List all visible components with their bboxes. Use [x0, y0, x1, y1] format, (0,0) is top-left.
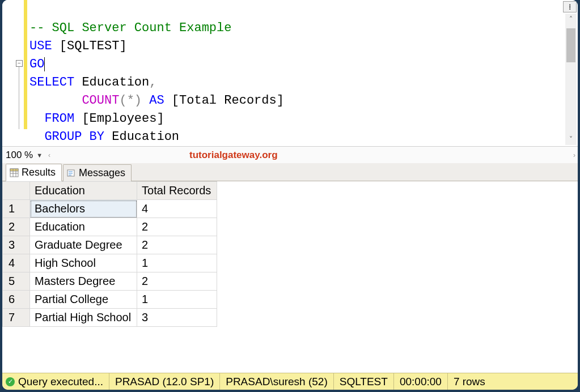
status-user: PRASAD\suresh (52) [219, 373, 333, 390]
tab-messages-label: Messages [79, 167, 125, 179]
change-marker [24, 0, 27, 129]
cell-total[interactable]: 1 [137, 254, 217, 272]
table-row[interactable]: 7Partial High School3 [3, 309, 217, 327]
cell-total[interactable]: 2 [137, 218, 217, 236]
tab-messages[interactable]: Messages [63, 164, 132, 181]
col-header-education[interactable]: Education [30, 182, 137, 200]
scroll-right-icon[interactable]: › [573, 151, 575, 159]
cell-total[interactable]: 2 [137, 236, 217, 254]
code-table: [Employees] [74, 112, 164, 126]
grid-icon [10, 168, 19, 177]
code-col: Education [74, 75, 149, 90]
table-row[interactable]: 3Graduate Degree2 [3, 236, 217, 254]
scroll-down-icon[interactable]: ˅ [565, 134, 577, 145]
results-grid[interactable]: Education Total Records 1Bachelors42Educ… [2, 181, 578, 373]
cell-education[interactable]: High School [30, 254, 137, 272]
zoom-bar: 100 % ▼ ‹ › tutorialgateway.org [2, 146, 578, 163]
fold-toggle-icon[interactable]: − [16, 60, 23, 67]
cell-total[interactable]: 3 [137, 309, 217, 327]
code-indent [29, 93, 82, 108]
cell-education[interactable]: Partial College [30, 291, 137, 309]
cell-total[interactable]: 1 [137, 291, 217, 309]
results-table: Education Total Records 1Bachelors42Educ… [2, 181, 217, 327]
split-handle-icon[interactable]: ⁞ [563, 1, 577, 12]
status-db: SQLTEST [333, 373, 393, 390]
cell-total[interactable]: 4 [137, 200, 217, 218]
messages-icon [67, 169, 76, 178]
status-time: 00:00:00 [393, 373, 447, 390]
row-number[interactable]: 3 [3, 236, 30, 254]
scroll-thumb[interactable] [566, 28, 575, 62]
code-paren: ) [134, 93, 142, 108]
code-col: Education [104, 130, 179, 144]
table-row[interactable]: 2Education2 [3, 218, 217, 236]
cell-education[interactable]: Masters Degree [30, 272, 137, 291]
code-indent [29, 112, 44, 126]
code-func-count: COUNT [82, 93, 119, 108]
status-query-text: Query executed... [18, 376, 103, 388]
code-comment: -- SQL Server Count Example [29, 21, 231, 35]
table-row[interactable]: 5Masters Degree2 [3, 272, 217, 291]
code-star: * [127, 93, 134, 108]
code-keyword-select: SELECT [29, 75, 74, 90]
row-number[interactable]: 7 [3, 309, 30, 327]
ssms-window: − -- SQL Server Count Example USE [SQLTE… [2, 0, 578, 390]
row-number[interactable]: 2 [3, 218, 30, 236]
editor-gutter: − [2, 0, 29, 146]
status-bar: ✓ Query executed... PRASAD (12.0 SP1) PR… [2, 373, 578, 390]
cell-total[interactable]: 2 [137, 272, 217, 291]
code-alias: [Total Records] [164, 93, 284, 108]
cell-education[interactable]: Partial High School [30, 309, 137, 327]
cell-education[interactable]: Graduate Degree [30, 236, 137, 254]
code-keyword-from: FROM [44, 112, 74, 126]
fold-guide [19, 67, 19, 129]
code-comma: , [149, 75, 156, 90]
tab-results-label: Results [22, 167, 56, 178]
watermark-text: tutorialgateway.org [189, 150, 278, 161]
zoom-level[interactable]: 100 % [6, 150, 33, 161]
zoom-dropdown-icon[interactable]: ▼ [36, 152, 43, 159]
code-paren: ( [119, 93, 126, 108]
success-icon: ✓ [6, 377, 15, 386]
code-keyword-as: AS [142, 93, 164, 108]
code-indent [29, 130, 44, 144]
status-server: PRASAD (12.0 SP1) [109, 373, 219, 390]
status-rows: 7 rows [447, 373, 491, 390]
row-number[interactable]: 1 [3, 200, 30, 218]
table-header-row: Education Total Records [3, 182, 217, 200]
code-keyword-use: USE [29, 39, 52, 53]
sql-editor[interactable]: − -- SQL Server Count Example USE [SQLTE… [2, 0, 578, 146]
code-keyword-go: GO [29, 57, 45, 71]
grid-corner[interactable] [3, 182, 30, 200]
results-tabs: Results Messages [2, 163, 578, 181]
scroll-left-icon[interactable]: ‹ [48, 151, 50, 159]
tab-results[interactable]: Results [6, 164, 62, 181]
code-db: [SQLTEST] [52, 39, 127, 53]
code-content[interactable]: -- SQL Server Count Example USE [SQLTEST… [29, 0, 578, 146]
horizontal-scrollbar[interactable]: ‹ › [48, 150, 575, 160]
cell-education[interactable]: Bachelors [30, 200, 137, 218]
row-number[interactable]: 4 [3, 254, 30, 272]
row-number[interactable]: 5 [3, 272, 30, 291]
table-row[interactable]: 6Partial College1 [3, 291, 217, 309]
cell-education[interactable]: Education [30, 218, 137, 236]
scroll-up-icon[interactable]: ˄ [565, 14, 577, 25]
vertical-scrollbar[interactable]: ˄ ˅ [565, 14, 577, 145]
table-row[interactable]: 4High School1 [3, 254, 217, 272]
table-row[interactable]: 1Bachelors4 [3, 200, 217, 218]
row-number[interactable]: 6 [3, 291, 30, 309]
status-query: ✓ Query executed... [5, 373, 109, 390]
svg-rect-1 [10, 169, 18, 171]
code-keyword-groupby: GROUP BY [44, 130, 104, 144]
col-header-total[interactable]: Total Records [137, 182, 217, 200]
